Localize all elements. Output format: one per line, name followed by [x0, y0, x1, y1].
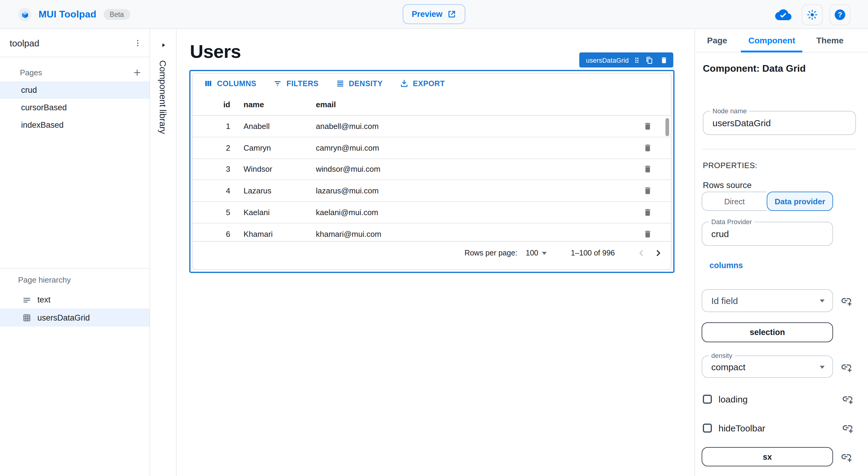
bind-id-field-icon[interactable]	[840, 295, 852, 307]
selection-button[interactable]: selection	[702, 322, 833, 342]
sidebar-page-indexbased[interactable]: indexBased	[0, 116, 150, 134]
inspector-heading: Component: Data Grid	[703, 63, 806, 74]
component-library-strip: Component library	[150, 29, 177, 476]
bind-hide-toolbar-icon[interactable]	[841, 422, 854, 434]
properties-label: PROPERTIES:	[703, 161, 757, 170]
cell-name: Camryn	[244, 143, 316, 152]
delete-row-icon[interactable]	[643, 208, 652, 217]
data-provider-label: Data Provider	[709, 218, 754, 225]
data-grid: COLUMNS FILTERS	[192, 73, 672, 270]
page-item-label: crud	[21, 86, 37, 95]
column-header-id[interactable]: id	[193, 100, 230, 109]
selected-component-frame[interactable]: COLUMNS FILTERS	[189, 70, 675, 273]
grid-toolbar-label: FILTERS	[287, 79, 319, 88]
text-icon	[22, 295, 31, 304]
theme-mode-button[interactable]	[802, 4, 823, 25]
add-page-icon[interactable]	[133, 68, 142, 77]
rows-per-page-value: 100	[526, 249, 538, 257]
rows-per-page-select[interactable]: 100	[526, 249, 547, 257]
project-menu-kebab-icon[interactable]	[133, 38, 142, 47]
table-row[interactable]: 3 Windsor windsor@mui.com	[193, 159, 671, 181]
column-header-name[interactable]: name	[244, 100, 316, 109]
tab-theme[interactable]: Theme	[809, 29, 850, 52]
density-select[interactable]: density compact	[702, 355, 833, 378]
brand: MUI Toolpad Beta	[18, 0, 130, 29]
help-button[interactable]: ?	[830, 4, 850, 25]
table-row[interactable]: 4 Lazarus lazarus@mui.com	[193, 181, 671, 202]
node-name-label: Node name	[710, 107, 749, 115]
density-label: density	[709, 352, 735, 359]
delete-row-icon[interactable]	[643, 122, 652, 131]
hide-toolbar-checkbox[interactable]	[703, 423, 712, 432]
tab-component[interactable]: Component	[741, 29, 803, 52]
delete-row-icon[interactable]	[643, 229, 652, 239]
tab-label: Theme	[816, 36, 843, 45]
cell-email: kaelani@mui.com	[316, 208, 643, 217]
columns-icon	[204, 79, 213, 88]
cell-id: 2	[193, 143, 230, 152]
hierarchy-node-usersdatagrid[interactable]: usersDataGrid	[0, 309, 150, 326]
cell-name: Windsor	[244, 165, 316, 174]
column-header-email[interactable]: email	[316, 100, 671, 109]
preview-button[interactable]: Preview	[403, 4, 465, 24]
sidebar-page-crud[interactable]: crud	[0, 81, 150, 99]
cell-email: anabell@mui.com	[316, 122, 643, 131]
rows-source-direct-button[interactable]: Direct	[702, 192, 767, 211]
grid-scrollbar[interactable]	[665, 118, 669, 136]
cell-email: windsor@mui.com	[316, 165, 643, 174]
cell-id: 3	[193, 165, 230, 174]
table-row[interactable]: 1 Anabell anabell@mui.com	[193, 116, 671, 137]
hierarchy-node-text[interactable]: text	[0, 290, 150, 309]
grid-filters-button[interactable]: FILTERS	[273, 79, 319, 88]
rows-source-toggle: Direct Data provider	[702, 192, 833, 211]
sidebar-page-cursorbased[interactable]: cursorBased	[0, 99, 150, 116]
loading-checkbox[interactable]	[703, 394, 712, 403]
loading-row: loading	[703, 393, 857, 405]
help-icon: ?	[834, 8, 846, 21]
selection-chip[interactable]: usersDataGrid	[579, 53, 673, 67]
sx-button[interactable]: sx	[702, 447, 833, 466]
tab-page[interactable]: Page	[700, 29, 735, 52]
delete-row-icon[interactable]	[643, 165, 652, 174]
cell-id: 4	[193, 187, 230, 195]
next-page-button[interactable]	[653, 248, 663, 258]
brand-name: MUI Toolpad	[38, 9, 96, 20]
bind-density-icon[interactable]	[840, 360, 852, 373]
table-row[interactable]: 2 Camryn camryn@mui.com	[193, 137, 671, 159]
hierarchy-node-label: usersDataGrid	[37, 313, 90, 322]
cell-id: 1	[193, 122, 230, 131]
id-field-select[interactable]: Id field	[702, 289, 833, 312]
hierarchy-node-label: text	[37, 295, 51, 304]
table-row[interactable]: 6 Khamari khamari@mui.com	[193, 224, 671, 241]
sx-button-label: sx	[763, 452, 772, 461]
expand-library-chevron-icon[interactable]	[160, 41, 166, 49]
node-name-field[interactable]: Node name usersDataGrid	[703, 111, 856, 135]
inspector-body: Component: Data Grid Node name usersData…	[695, 53, 868, 476]
tab-label: Component	[748, 36, 795, 45]
data-provider-field[interactable]: Data Provider crud	[702, 222, 833, 246]
grid-toolbar-label: EXPORT	[413, 79, 445, 88]
delete-component-icon[interactable]	[660, 56, 668, 64]
pages-label: Pages	[20, 68, 42, 77]
columns-link[interactable]: columns	[710, 261, 743, 270]
drag-indicator-icon[interactable]	[633, 56, 641, 64]
hide-toolbar-row: hideToolbar	[703, 422, 857, 434]
duplicate-icon[interactable]	[645, 56, 653, 64]
svg-text:?: ?	[838, 10, 842, 19]
top-bar: MUI Toolpad Beta Preview	[0, 0, 868, 29]
component-library-label: Component library	[158, 60, 168, 134]
id-field-value: Id field	[711, 295, 738, 306]
table-row[interactable]: 5 Kaelani kaelani@mui.com	[193, 202, 671, 224]
toggle-label: Direct	[724, 197, 745, 206]
grid-export-button[interactable]: EXPORT	[400, 79, 445, 88]
bind-sx-icon[interactable]	[840, 451, 852, 463]
grid-density-button[interactable]: DENSITY	[336, 79, 383, 88]
grid-columns-button[interactable]: COLUMNS	[204, 79, 256, 88]
delete-row-icon[interactable]	[643, 187, 652, 195]
cell-email: lazarus@mui.com	[316, 187, 643, 195]
bind-loading-icon[interactable]	[841, 393, 854, 405]
previous-page-button[interactable]	[637, 248, 646, 258]
rows-source-data-provider-button[interactable]: Data provider	[767, 192, 833, 211]
delete-row-icon[interactable]	[643, 143, 652, 152]
topbar-actions: ?	[775, 0, 850, 29]
